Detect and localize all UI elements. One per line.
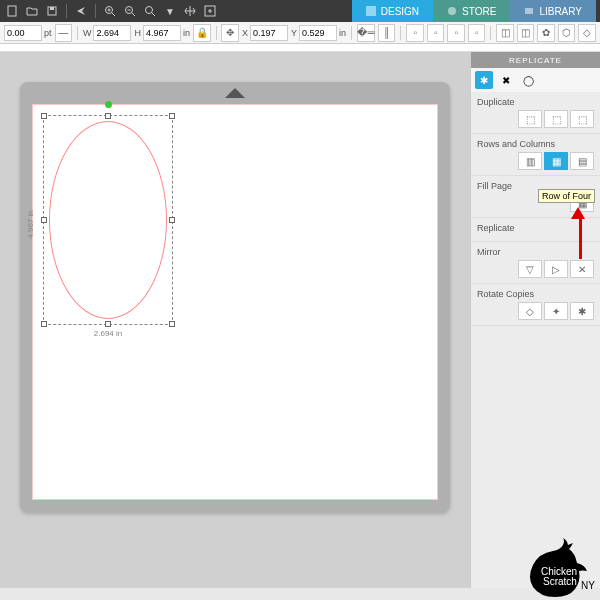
y-input[interactable] xyxy=(299,25,337,41)
x-input[interactable] xyxy=(250,25,288,41)
stroke-input[interactable] xyxy=(4,25,42,41)
panel-tab-object-icon[interactable]: ◯ xyxy=(519,71,537,89)
cutting-mat: 2.694 in 4.967 in xyxy=(20,82,450,512)
tab-library[interactable]: LIBRARY xyxy=(510,0,596,22)
rows-cols-label: Rows and Columns xyxy=(477,139,594,149)
move-icon[interactable]: ✥ xyxy=(221,24,239,42)
save-icon[interactable] xyxy=(44,3,60,19)
mirror-v-icon[interactable]: ▷ xyxy=(544,260,568,278)
zoom-in-icon[interactable] xyxy=(102,3,118,19)
svg-point-10 xyxy=(146,7,153,14)
svg-rect-2 xyxy=(50,7,54,10)
path-icon[interactable]: ◇ xyxy=(578,24,596,42)
handle-tl[interactable] xyxy=(41,113,47,119)
svg-rect-15 xyxy=(366,6,376,16)
panel-tab-tools-icon[interactable]: ✖ xyxy=(497,71,515,89)
width-dimension: 2.694 in xyxy=(44,329,172,338)
send-icon[interactable] xyxy=(73,3,89,19)
rotate3-icon[interactable]: ✱ xyxy=(570,302,594,320)
align-h-icon[interactable]: �═ xyxy=(357,24,375,42)
handle-lm[interactable] xyxy=(41,217,47,223)
svg-text:NY: NY xyxy=(581,580,595,591)
height-input[interactable] xyxy=(143,25,181,41)
dup-down-icon[interactable]: ⬚ xyxy=(570,110,594,128)
col-icon[interactable]: ▤ xyxy=(570,152,594,170)
ungroup-icon[interactable]: ◫ xyxy=(517,24,535,42)
property-toolbar: pt — W Hin 🔒 ✥ X Yin �═ ║ ▫ ▫ ▫ ▫ ◫ ◫ ✿ … xyxy=(0,22,600,44)
handle-bm[interactable] xyxy=(105,321,111,327)
svg-rect-17 xyxy=(525,8,533,14)
stroke-style-icon[interactable]: — xyxy=(55,24,73,42)
shape-icon[interactable]: ⬡ xyxy=(558,24,576,42)
align-v-icon[interactable]: ║ xyxy=(378,24,396,42)
file-icon[interactable] xyxy=(4,3,20,19)
handle-tm[interactable] xyxy=(105,113,111,119)
arrange4-icon[interactable]: ▫ xyxy=(468,24,486,42)
ellipse-shape[interactable] xyxy=(49,121,167,319)
height-dimension: 4.967 in xyxy=(26,210,35,238)
mirror-both-icon[interactable]: ✕ xyxy=(570,260,594,278)
design-page[interactable]: 2.694 in 4.967 in xyxy=(32,104,438,500)
fit-icon[interactable] xyxy=(202,3,218,19)
mat-arrow-icon xyxy=(225,88,245,98)
workspace[interactable]: 2.694 in 4.967 in xyxy=(0,52,470,588)
zoom-fit-icon[interactable]: ▼ xyxy=(162,3,178,19)
folder-icon[interactable] xyxy=(24,3,40,19)
handle-br[interactable] xyxy=(169,321,175,327)
rotate-handle[interactable] xyxy=(105,101,112,108)
zoom-sel-icon[interactable] xyxy=(142,3,158,19)
rotate-label: Rotate Copies xyxy=(477,289,594,299)
main-toolbar: ▼ DESIGN STORE LIBRARY xyxy=(0,0,600,22)
panel-tab-replicate-icon[interactable]: ✱ xyxy=(475,71,493,89)
handle-tr[interactable] xyxy=(169,113,175,119)
width-input[interactable] xyxy=(93,25,131,41)
svg-text:Scratch: Scratch xyxy=(543,576,577,587)
rotate2-icon[interactable]: ✦ xyxy=(544,302,568,320)
svg-line-11 xyxy=(152,13,155,16)
tooltip: Row of Four xyxy=(538,189,595,203)
selection-box[interactable]: 2.694 in 4.967 in xyxy=(43,115,173,325)
annotation-arrow xyxy=(576,207,585,259)
tab-design[interactable]: DESIGN xyxy=(352,0,433,22)
duplicate-label: Duplicate xyxy=(477,97,594,107)
handle-bl[interactable] xyxy=(41,321,47,327)
svg-point-16 xyxy=(448,7,456,15)
arrange2-icon[interactable]: ▫ xyxy=(427,24,445,42)
pan-icon[interactable] xyxy=(182,3,198,19)
dup-left-icon[interactable]: ⬚ xyxy=(518,110,542,128)
arrange1-icon[interactable]: ▫ xyxy=(406,24,424,42)
svg-rect-0 xyxy=(8,6,16,16)
lock-aspect-icon[interactable]: 🔒 xyxy=(193,24,211,42)
group-icon[interactable]: ◫ xyxy=(496,24,514,42)
zoom-out-icon[interactable] xyxy=(122,3,138,19)
watermark: Chicken Scratch NY xyxy=(505,535,600,600)
tab-store[interactable]: STORE xyxy=(433,0,510,22)
arrange3-icon[interactable]: ▫ xyxy=(447,24,465,42)
panel-title: REPLICATE xyxy=(471,52,600,68)
handle-rm[interactable] xyxy=(169,217,175,223)
dup-right-icon[interactable]: ⬚ xyxy=(544,110,568,128)
svg-line-4 xyxy=(112,13,115,16)
mirror-h-icon[interactable]: ▽ xyxy=(518,260,542,278)
flower-icon[interactable]: ✿ xyxy=(537,24,555,42)
row-three-icon[interactable]: ▥ xyxy=(518,152,542,170)
rotate1-icon[interactable]: ◇ xyxy=(518,302,542,320)
row-four-icon[interactable]: ▦ xyxy=(544,152,568,170)
svg-line-8 xyxy=(132,13,135,16)
replicate-panel: REPLICATE ✱ ✖ ◯ Duplicate ⬚ ⬚ ⬚ Rows and… xyxy=(470,52,600,588)
